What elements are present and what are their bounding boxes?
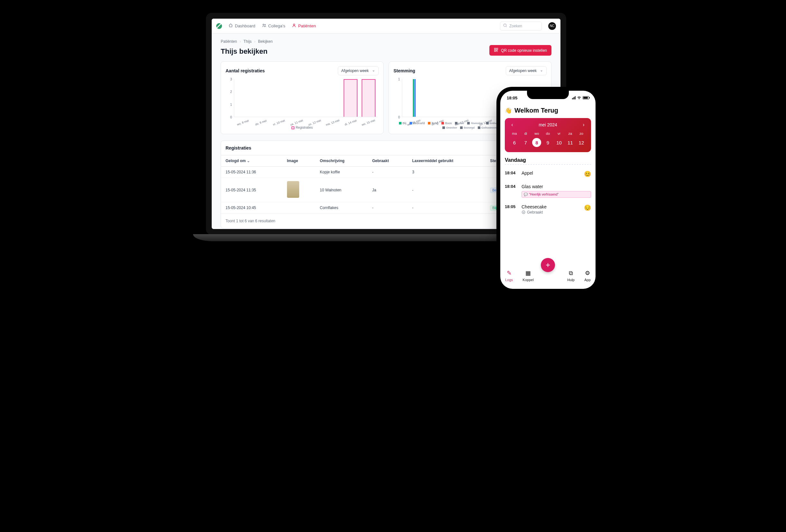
legend-label: Moe	[459, 121, 464, 125]
legend-swatch	[455, 122, 458, 124]
nav-app[interactable]: ⚙ App	[584, 270, 591, 282]
crumb-thijs[interactable]: Thijs	[244, 39, 252, 44]
home-icon	[228, 23, 233, 29]
y-tick: 2	[226, 90, 232, 94]
dow-label: zo	[579, 132, 583, 135]
cell-desc: 10 Walnoten	[315, 178, 368, 202]
legend-item[interactable]: Moe	[455, 121, 464, 125]
cell-logged: 15-05-2024 11:35	[221, 178, 282, 202]
day-number[interactable]: 7	[521, 138, 530, 147]
book-icon: ⧉	[569, 270, 573, 277]
legend-item[interactable]: Bezorgd	[460, 126, 475, 129]
svg-rect-4	[494, 48, 496, 49]
svg-rect-5	[496, 48, 498, 49]
qr-reset-button[interactable]: QR code opnieuw instellen	[489, 45, 552, 56]
sad-icon: ☹	[522, 210, 526, 214]
bar	[344, 79, 357, 117]
bar-slot	[288, 79, 306, 117]
calendar-col[interactable]: ma6	[509, 132, 519, 147]
qr-icon	[494, 48, 499, 53]
calendar-col[interactable]: za11	[565, 132, 575, 147]
bar	[414, 79, 416, 117]
legend-label: Bang	[432, 121, 438, 125]
nav-dashboard[interactable]: Dashboard	[228, 23, 255, 29]
col-image[interactable]: Image	[282, 155, 315, 167]
dow-label: di	[524, 132, 527, 135]
calendar-col[interactable]: di7	[521, 132, 531, 147]
crumb-patients[interactable]: Patiënten	[221, 39, 237, 44]
bar-slot	[252, 79, 270, 117]
legend-item[interactable]: Boos	[441, 121, 452, 125]
page-header: Thijs bekijken QR code opnieuw instellen	[221, 45, 552, 56]
registrations-chart-card: Aantal registraties Afgelopen week 0123 …	[221, 62, 384, 134]
nav-colleagues[interactable]: Collega's	[262, 23, 285, 29]
search-input[interactable]: Zoeken	[500, 22, 542, 30]
nav-patients[interactable]: Patiënten	[292, 23, 316, 29]
svg-point-3	[504, 24, 506, 26]
svg-point-1	[264, 24, 265, 25]
day-number[interactable]: 9	[544, 138, 552, 147]
thumbnail	[287, 181, 299, 198]
next-month-button[interactable]: ›	[581, 122, 586, 128]
day-number[interactable]: 12	[577, 138, 586, 147]
legend-item[interactable]: Gefrustreerd	[478, 126, 498, 129]
search-icon	[503, 23, 507, 29]
dow-label: do	[546, 132, 550, 135]
add-log-button[interactable]: +	[541, 258, 555, 272]
nav-hulp[interactable]: ⧉ Hulp	[567, 270, 575, 282]
legend-item[interactable]: Onzeker	[442, 126, 457, 129]
nav-patients-label: Patiënten	[298, 23, 316, 28]
calendar-col[interactable]: wo8	[532, 132, 542, 147]
legend-item[interactable]: Blij	[399, 121, 406, 125]
phone-notch	[527, 91, 569, 99]
cell-lax: -	[408, 178, 485, 202]
legend-label: Onzeker	[446, 126, 457, 129]
cell-desc: Kopje koffie	[315, 167, 368, 178]
legend-swatch	[399, 122, 401, 124]
col-vomit[interactable]: Gebraakt	[368, 155, 408, 167]
calendar-col[interactable]: zo12	[576, 132, 586, 147]
dow-label: vr	[558, 132, 560, 135]
calendar-col[interactable]: vr10	[554, 132, 564, 147]
calendar-col[interactable]: do9	[543, 132, 553, 147]
statusbar-clock: 18:05	[507, 95, 517, 100]
log-item[interactable]: 18:05Cheesecake☹ Gebraakt😔	[505, 201, 591, 218]
legend-swatch	[428, 122, 431, 124]
day-number[interactable]: 10	[555, 138, 564, 147]
legend-swatch	[441, 122, 444, 124]
col-lax[interactable]: Laxeermiddel gebruikt	[408, 155, 485, 167]
legend-item[interactable]: Tevreden	[467, 121, 483, 125]
nav-koppel[interactable]: ▦ Koppel	[523, 270, 533, 282]
scene: Dashboard Collega's Patiënten	[180, 13, 606, 301]
signal-icon	[572, 96, 576, 99]
day-number[interactable]: 6	[510, 138, 519, 147]
user-avatar[interactable]: NC	[548, 22, 556, 30]
day-number[interactable]: 11	[565, 138, 575, 147]
nav-logs[interactable]: ✎ Logs	[505, 270, 513, 282]
legend-swatch	[467, 122, 470, 124]
log-time: 18:05	[505, 204, 518, 209]
phone-body: 👋 Welkom Terug ‹ mei 2024 › ma6di7wo8do9…	[500, 103, 596, 265]
nav-koppel-label: Koppel	[523, 278, 533, 282]
log-item[interactable]: 18:04Glas water💬 "Heerlijk verfrissend"	[505, 181, 591, 201]
legend-label: Registraties	[296, 126, 313, 129]
log-item[interactable]: 18:04Appel😊	[505, 167, 591, 181]
legend-item[interactable]: Bedroefd	[410, 121, 425, 125]
prev-month-button[interactable]: ‹	[509, 122, 515, 128]
y-tick: 0	[393, 115, 400, 119]
brand-logo[interactable]	[216, 23, 222, 29]
phone-bottom-nav: + ✎ Logs ▦ Koppel ⧉ Hulp ⚙ App	[500, 265, 596, 289]
col-logged[interactable]: Gelogd om	[221, 155, 282, 167]
range-select[interactable]: Afgelopen week	[338, 66, 379, 75]
col-desc[interactable]: Omschrijving	[315, 155, 368, 167]
log-time: 18:04	[505, 170, 518, 175]
gear-icon: ⚙	[585, 270, 590, 277]
log-content: Glas water💬 "Heerlijk verfrissend"	[522, 184, 591, 198]
cell-image	[282, 178, 315, 202]
cell-vomit: -	[368, 202, 408, 213]
day-number[interactable]: 8	[532, 138, 541, 147]
bar-slot	[270, 79, 288, 117]
legend-label: Bezorgd	[464, 126, 475, 129]
legend-item[interactable]: Bang	[428, 121, 438, 125]
range-select[interactable]: Afgelopen week	[506, 66, 547, 75]
